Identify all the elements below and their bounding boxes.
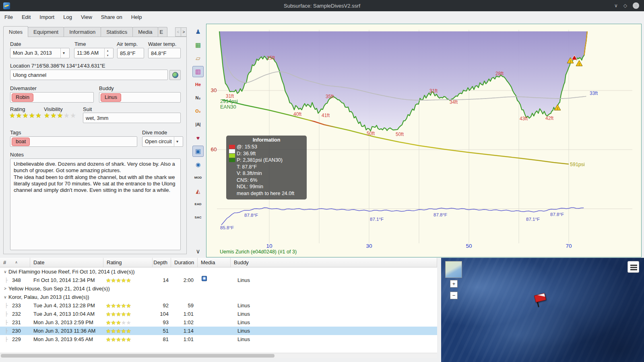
column-header-duration[interactable]: Duration (171, 258, 198, 267)
column-header-media[interactable]: Media (198, 258, 231, 267)
tab-media[interactable]: Media (132, 27, 158, 37)
dive-row[interactable]: ├348Fri Oct 10, 2014 12:34 PM★★★★★142:00… (0, 276, 437, 284)
dive-flag-marker[interactable] (534, 293, 548, 308)
sac-button[interactable]: SAC (192, 212, 204, 223)
star-icon[interactable]: ★ (9, 112, 15, 119)
info-line: @: 15:53 (237, 144, 303, 150)
menu-edit[interactable]: Edit (17, 11, 35, 23)
buddy-chip[interactable]: Linus (101, 93, 121, 102)
tab-scroll-right-button[interactable]: > (181, 27, 187, 37)
water-temp-field[interactable] (148, 48, 181, 58)
dive-row[interactable]: ├230Mon Jun 3, 2013 11:36 AM★★★★★511:14L… (0, 327, 437, 335)
map-zoom-in-button[interactable]: + (450, 280, 458, 288)
density-button[interactable]: ◭ (192, 185, 204, 197)
diver-button[interactable]: ♟ (192, 26, 204, 37)
menu-help[interactable]: Help (127, 11, 147, 23)
menu-import[interactable]: Import (35, 11, 59, 23)
subsurface-window: { "window": { "title": "Subsurface: Samp… (0, 0, 644, 362)
star-icon[interactable]: ★ (70, 112, 76, 119)
tab-statistics[interactable]: Statistics (101, 27, 133, 37)
time-spinner[interactable]: 11:36 AM ▴▾ (74, 48, 114, 58)
dive-computer-button[interactable]: ◉ (192, 159, 204, 170)
tab-scroll-left-button[interactable]: < (175, 27, 181, 37)
menu-log[interactable]: Log (59, 11, 76, 23)
dive-mode-select[interactable]: Open circuit ▾ (142, 136, 183, 147)
star-icon: ★ (121, 328, 126, 334)
ead-button[interactable]: EAD (192, 199, 204, 210)
star-icon[interactable]: ★ (29, 112, 35, 119)
notes-label: Notes (10, 152, 24, 158)
toolbar-collapse-button[interactable]: ∨ (192, 248, 204, 255)
collapse-arrow-icon[interactable]: ∨ (2, 295, 8, 299)
tags-field[interactable]: boat (10, 136, 137, 147)
location-field[interactable] (10, 70, 168, 80)
date-combo[interactable]: Mon Jun 3, 2013 ▾ (10, 48, 70, 58)
nitrogen-graph-button[interactable]: N₂ (192, 93, 204, 104)
column-header-buddy[interactable]: Buddy (231, 258, 437, 267)
dive-row[interactable]: ├233Tue Jun 4, 2013 12:28 PM★★★★★9259Lin… (0, 301, 437, 310)
divemaster-field[interactable]: Robin (10, 92, 94, 103)
map-menu-button[interactable] (627, 261, 639, 273)
dive-duration-cell: 1:14 (171, 327, 198, 335)
trip-row[interactable]: ∨Divi Flamingo House Reef, Fri Oct 10, 2… (0, 267, 437, 276)
menu-view[interactable]: View (76, 11, 97, 23)
column-header-date[interactable]: Date (30, 258, 103, 267)
column-header-rating[interactable]: Rating (103, 258, 153, 267)
scrollbar-thumb[interactable] (1, 354, 275, 358)
heartrate-button[interactable]: ♥ (192, 132, 204, 144)
spinner-arrows-icon[interactable]: ▴▾ (104, 48, 111, 58)
horizontal-scrollbar[interactable] (0, 353, 437, 358)
mod-button[interactable]: MOD (192, 172, 204, 183)
tab-equipment[interactable]: Equipment (28, 27, 64, 37)
air-temp-field[interactable] (117, 48, 144, 58)
photos-button[interactable]: ▣ (192, 146, 204, 157)
oxygen-graph-button[interactable]: O₂ (192, 106, 204, 117)
dive-row[interactable]: ├229Mon Jun 3, 2013 9:45 AM★★★★★811:01Li… (0, 335, 437, 343)
column-header-num[interactable]: #∧ (0, 258, 30, 267)
notes-textarea[interactable]: Unbelievable dive. Dozens and dozens of … (10, 158, 181, 250)
dive-row[interactable]: ├231Mon Jun 3, 2013 2:59 PM★★★★★931:02Li… (0, 318, 437, 327)
tab-e[interactable]: E (158, 27, 167, 37)
star-icon[interactable]: ★ (16, 112, 22, 119)
map-zoom-out-button[interactable]: − (450, 292, 458, 299)
visibility-stars[interactable]: ★★★★★ (44, 112, 76, 119)
tab-notes[interactable]: Notes (3, 26, 28, 37)
trip-row[interactable]: >Yellow House, Sun Sep 21, 2014 (1 dive(… (0, 284, 437, 293)
star-icon[interactable]: ★ (35, 112, 41, 119)
ceiling-button[interactable]: |A| (192, 119, 204, 130)
star-icon[interactable]: ★ (44, 112, 50, 119)
column-header-depth[interactable]: Depth (153, 258, 171, 267)
buddy-field[interactable]: Linus (99, 92, 181, 103)
helium-graph-button[interactable]: He (192, 79, 204, 90)
map-overview-thumbnail[interactable] (445, 261, 462, 278)
window-close-button[interactable]: × (633, 2, 639, 9)
collapse-arrow-icon[interactable]: ∨ (2, 269, 8, 274)
location-map-button[interactable] (169, 70, 181, 80)
trip-row[interactable]: ∨Koror, Palau, Jun 2013 (11 dive(s)) (0, 293, 437, 301)
menu-file[interactable]: File (0, 11, 17, 23)
profile-panels-button[interactable]: ▥ (192, 66, 204, 77)
suit-field[interactable] (83, 113, 181, 123)
dive-site-map[interactable]: + − (441, 258, 644, 362)
ruler-button[interactable]: ▱ (192, 53, 204, 64)
expand-arrow-icon[interactable]: > (2, 286, 8, 291)
star-icon[interactable]: ★ (57, 112, 63, 119)
window-maximize-button[interactable]: ◇ (623, 2, 627, 9)
tag-chip[interactable]: boat (12, 138, 30, 146)
tab-information[interactable]: Information (64, 27, 101, 37)
dive-profile-chart[interactable]: 31ft15ft40ft41ft35ft50ft50ft31ft34ft28ft… (206, 24, 642, 257)
svg-text:35ft: 35ft (326, 94, 334, 99)
dive-row[interactable]: ├232Tue Jun 4, 2013 10:04 AM★★★★★1041:01… (0, 310, 437, 318)
media-icon[interactable] (202, 276, 207, 281)
tissue-heatmap-button[interactable]: ▦ (192, 39, 204, 51)
svg-text:591psi: 591psi (570, 162, 585, 167)
dive-number: 233 (12, 301, 21, 310)
menu-share-on[interactable]: Share on (97, 11, 127, 23)
star-icon[interactable]: ★ (23, 112, 29, 119)
star-icon[interactable]: ★ (50, 112, 56, 119)
rating-stars[interactable]: ★★★★★ (9, 112, 42, 119)
star-icon[interactable]: ★ (64, 112, 70, 119)
sac-icon: SAC (195, 216, 202, 219)
window-minimize-button[interactable]: ∨ (614, 2, 618, 9)
divemaster-chip[interactable]: Robin (12, 93, 33, 102)
